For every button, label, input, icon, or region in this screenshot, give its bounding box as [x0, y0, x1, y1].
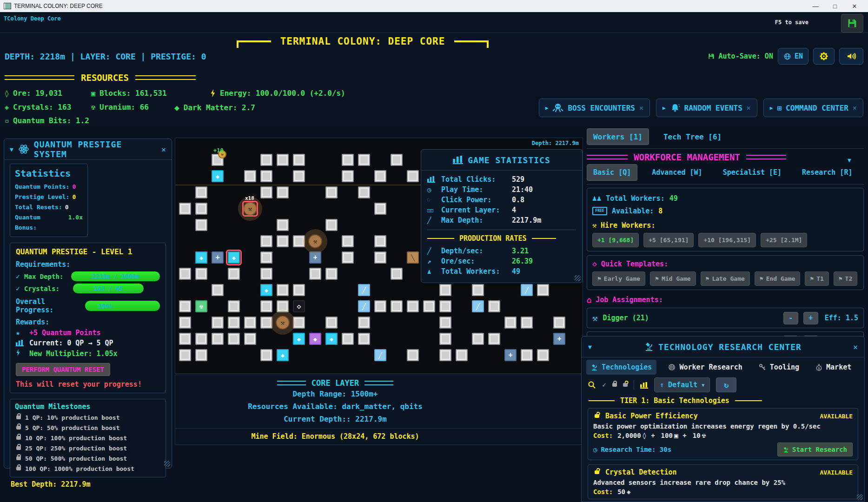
tab-tech-tree[interactable]: Tech Tree [6] [657, 129, 728, 145]
increase-button[interactable]: + [803, 312, 818, 324]
mine-block-stone[interactable] [260, 268, 272, 280]
sound-button[interactable] [839, 48, 863, 65]
mine-block-stone[interactable] [358, 333, 370, 345]
hire-25-button[interactable]: +25 [2.1M] [761, 233, 807, 247]
close-button[interactable]: ✕ [845, 3, 864, 10]
mine-block-stone[interactable] [423, 300, 435, 312]
mine-block-stone[interactable] [195, 219, 207, 231]
boss-encounters-button[interactable]: ▶ BOSS ENCOUNTERS ✕ [539, 99, 650, 117]
mine-block-stone[interactable] [244, 333, 256, 345]
tab-market[interactable]: $ Market [811, 360, 856, 375]
mine-block-stone[interactable] [342, 333, 354, 345]
sort-chart-icon[interactable] [640, 381, 648, 390]
mine-block-stone[interactable] [472, 333, 484, 345]
mine-block-stone[interactable] [358, 317, 370, 329]
mine-block-stone[interactable] [179, 203, 191, 215]
mine-block-stone[interactable] [342, 154, 354, 166]
mine-block-stone[interactable] [212, 333, 224, 345]
mine-block-stone[interactable] [488, 333, 500, 345]
mine-block-stone[interactable] [260, 186, 272, 198]
mine-block-stone[interactable] [244, 170, 256, 182]
mine-block-stone[interactable] [195, 333, 207, 345]
command-center-button[interactable]: ▶ ⊞ COMMAND CENTER ✕ [763, 99, 863, 117]
mine-block-stone[interactable] [325, 219, 338, 231]
mine-block-stone[interactable] [374, 235, 386, 247]
tab-workers[interactable]: Workers [1] [587, 128, 649, 145]
resize-handle[interactable] [857, 494, 863, 500]
minimize-button[interactable]: — [806, 3, 825, 10]
mine-block-stone[interactable] [374, 300, 386, 312]
start-research-button[interactable]: Start Research [777, 443, 853, 456]
mine-block-stone[interactable] [260, 154, 272, 166]
mine-block-stone[interactable] [260, 251, 272, 264]
mine-block-stone[interactable] [358, 154, 370, 166]
mine-block-stone[interactable] [195, 186, 207, 198]
mine-block-stone[interactable] [374, 251, 386, 264]
mine-block-stone[interactable] [179, 317, 191, 329]
resize-handle[interactable] [164, 461, 170, 467]
mine-block-stone[interactable] [325, 317, 338, 329]
mine-block-stone[interactable] [342, 235, 354, 247]
quantum-reset-button[interactable]: PERFORM QUANTUM RESET [16, 363, 110, 376]
mine-block-stone[interactable] [553, 317, 565, 329]
tab-worker-research[interactable]: Worker Research [663, 360, 747, 375]
tab-specialist[interactable]: Specialist [E] [717, 165, 788, 180]
search-icon[interactable] [588, 381, 596, 389]
mine-block-stone[interactable] [260, 300, 272, 312]
mine-block-stone[interactable] [521, 349, 533, 361]
mine-block-tech[interactable]: + [553, 333, 565, 345]
maximize-button[interactable]: □ [825, 3, 845, 10]
mine-block-stone[interactable] [195, 203, 207, 215]
mine-block-stone[interactable] [277, 154, 289, 166]
mine-block-stone[interactable] [488, 300, 500, 312]
mine-block-stone[interactable] [293, 170, 305, 182]
collapse-icon[interactable]: ▼ [848, 157, 851, 164]
mine-block-stone[interactable] [260, 349, 272, 361]
template-t1-button[interactable]: ⚑T1 [805, 271, 828, 286]
tab-technologies[interactable]: Technologies [586, 360, 656, 375]
mine-block-ice[interactable]: ╱ [374, 349, 386, 361]
resize-handle[interactable] [575, 275, 581, 281]
hire-1-button[interactable]: +1 [9,668] [592, 233, 639, 247]
close-icon[interactable]: ✕ [161, 145, 166, 154]
mine-block-stone[interactable] [391, 300, 403, 312]
mine-block-ice[interactable]: ╱ [358, 300, 370, 312]
mine-block-stone[interactable] [391, 154, 403, 166]
language-button[interactable]: EN [778, 48, 808, 65]
tab-advanced[interactable]: Advanced [W] [646, 165, 708, 180]
mine-block-stone[interactable] [277, 284, 289, 296]
mine-block-gem[interactable]: ◈ [325, 333, 338, 345]
mine-block-stone[interactable] [228, 268, 240, 280]
mine-block-stone[interactable] [212, 284, 224, 296]
mine-block-stone[interactable] [195, 268, 207, 280]
mine-block-stone[interactable] [439, 349, 451, 361]
tab-research[interactable]: Research [R] [796, 165, 858, 180]
mine-block-stone[interactable] [439, 317, 451, 329]
mine-block-stone[interactable] [293, 154, 305, 166]
template-late-game-button[interactable]: ⚑Late Game [701, 271, 750, 286]
mine-block-stone[interactable] [212, 317, 224, 329]
random-events-button[interactable]: ▶ RANDOM EVENTS ✕ [656, 99, 757, 117]
mine-block-stone[interactable] [228, 317, 240, 329]
mine-block-stone[interactable] [195, 349, 207, 361]
mine-block-stone[interactable] [179, 268, 191, 280]
mine-block-stone[interactable] [521, 317, 533, 329]
mine-block-stone[interactable] [277, 235, 289, 247]
mine-block-stone[interactable] [537, 284, 549, 296]
mine-block-stone[interactable] [358, 186, 370, 198]
decrease-button[interactable]: - [783, 312, 798, 324]
mine-block-gem[interactable]: ◈ [277, 349, 289, 361]
close-icon[interactable]: ✕ [747, 104, 751, 112]
mine-block-gem[interactable]: ◈ [195, 251, 207, 264]
close-icon[interactable]: ✕ [853, 343, 858, 351]
mine-block-stone[interactable] [537, 349, 549, 361]
mine-block-dirt[interactable]: ╲ [407, 251, 419, 264]
mine-block-gem[interactable]: ◈ [260, 284, 272, 296]
mine-block-stone[interactable] [277, 219, 289, 231]
mine-block-ice[interactable]: ╱ [521, 284, 533, 296]
close-icon[interactable]: ✕ [639, 104, 643, 112]
locked-filter-icon[interactable] [612, 383, 617, 387]
mine-block-wgem[interactable]: ◇ [293, 300, 305, 312]
hire-5-button[interactable]: +5 [65,191] [643, 233, 694, 247]
mine-block-stone[interactable] [309, 268, 321, 280]
